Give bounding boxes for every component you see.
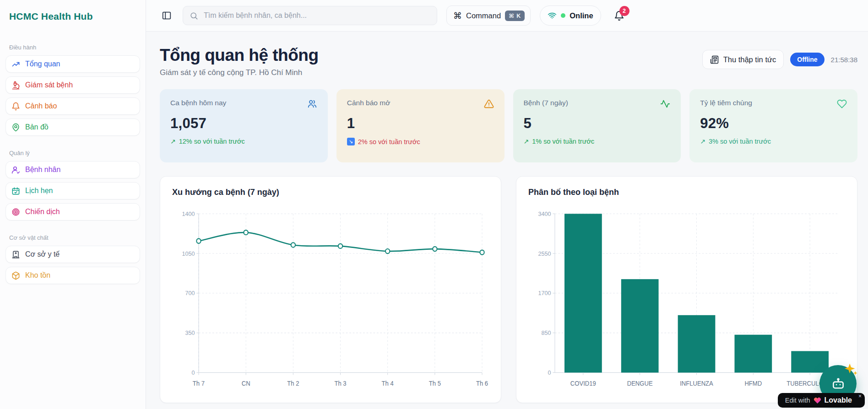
sidebar-item-giam-sat-benh[interactable]: Giám sát bệnh bbox=[5, 76, 140, 94]
microscope-icon bbox=[11, 81, 20, 90]
svg-text:Th 7: Th 7 bbox=[193, 380, 205, 387]
stat-trend-text: 1% so với tuần trước bbox=[532, 138, 594, 145]
sidebar-item-label: Lịch hẹn bbox=[25, 187, 53, 195]
lovable-badge[interactable]: Edit with Lovable × bbox=[778, 393, 865, 408]
search-box[interactable] bbox=[183, 6, 437, 25]
svg-text:Th 6: Th 6 bbox=[476, 380, 488, 387]
sidebar-item-label: Bản đồ bbox=[25, 123, 49, 131]
stat-value: 92% bbox=[700, 115, 847, 132]
online-label: Online bbox=[570, 11, 593, 20]
svg-text:700: 700 bbox=[185, 290, 195, 297]
command-button[interactable]: ⌘ Command ⌘ K bbox=[446, 5, 531, 26]
svg-text:0: 0 bbox=[192, 369, 195, 377]
sidebar-item-benh-nhan[interactable]: Bệnh nhân bbox=[5, 161, 140, 178]
notifications-button[interactable]: 2 bbox=[614, 11, 624, 21]
sidebar-item-label: Tổng quan bbox=[25, 60, 60, 68]
sidebar-item-lich-hen[interactable]: Lịch hẹn bbox=[5, 182, 140, 199]
lovable-brand: Lovable bbox=[825, 396, 852, 404]
charts-row: Xu hướng ca bệnh (7 ngày) 03507001050140… bbox=[160, 176, 857, 403]
close-icon[interactable]: × bbox=[858, 393, 862, 399]
main-area: ⌘ Command ⌘ K Online 2 Tổng quan hệ thốn… bbox=[146, 0, 868, 409]
users-icon bbox=[307, 99, 317, 109]
panel-left-icon bbox=[162, 11, 172, 21]
sidebar-item-label: Bệnh nhân bbox=[25, 166, 60, 174]
status-badge: Offline bbox=[790, 53, 824, 66]
content: Tổng quan hệ thống Giám sát y tế công cộ… bbox=[146, 32, 868, 409]
trend-down-icon: ↘ bbox=[347, 138, 355, 145]
sidebar-item-tong-quan[interactable]: Tổng quan bbox=[5, 55, 140, 73]
svg-text:INFLUENZA: INFLUENZA bbox=[680, 380, 714, 387]
svg-text:1050: 1050 bbox=[182, 250, 195, 258]
disease-bar-chart: 0850170025503400COVID19DENGUEINFLUENZAHF… bbox=[528, 205, 845, 391]
stat-label: Bệnh (7 ngày) bbox=[524, 99, 568, 107]
svg-text:850: 850 bbox=[542, 329, 551, 337]
heart-icon bbox=[837, 99, 847, 109]
notification-count-badge: 2 bbox=[619, 6, 629, 16]
sidebar-item-label: Chiến dịch bbox=[25, 208, 60, 216]
chart-title: Phân bố theo loại bệnh bbox=[528, 188, 845, 197]
cases-trend-chart-card: Xu hướng ca bệnh (7 ngày) 03507001050140… bbox=[160, 176, 501, 403]
sparkle-icon bbox=[843, 362, 859, 378]
sidebar-toggle-button[interactable] bbox=[160, 9, 174, 22]
stat-label: Cảnh báo mở bbox=[347, 99, 391, 107]
stat-label: Ca bệnh hôm nay bbox=[170, 99, 226, 107]
svg-text:Th 4: Th 4 bbox=[382, 380, 394, 387]
svg-text:350: 350 bbox=[185, 329, 195, 337]
stat-card-cases-today: Ca bệnh hôm nay 1,057 ↗ 12% so với tuần … bbox=[160, 89, 328, 162]
user-check-icon bbox=[11, 166, 20, 174]
sidebar-item-kho-ton[interactable]: Kho tồn bbox=[5, 267, 140, 284]
stat-label: Tỷ lệ tiêm chủng bbox=[700, 99, 752, 107]
search-input[interactable] bbox=[203, 11, 430, 20]
stat-card-diseases-7d: Bệnh (7 ngày) 5 ↗ 1% so với tuần trước bbox=[513, 89, 681, 162]
activity-icon bbox=[660, 99, 670, 109]
calendar-check-icon bbox=[11, 187, 20, 195]
command-label: Command bbox=[466, 11, 501, 20]
svg-text:Th 3: Th 3 bbox=[334, 380, 346, 387]
app-brand: HCMC Health Hub bbox=[5, 10, 140, 22]
stat-value: 1 bbox=[347, 115, 494, 132]
chart-title: Xu hướng ca bệnh (7 ngày) bbox=[172, 188, 489, 197]
news-collect-button[interactable]: Thu thập tin tức bbox=[702, 50, 784, 69]
svg-text:3400: 3400 bbox=[538, 210, 551, 218]
sidebar-item-label: Cơ sở y tế bbox=[25, 250, 60, 258]
sidebar-item-co-so-y-te[interactable]: Cơ sở y tế bbox=[5, 246, 140, 263]
target-icon bbox=[11, 208, 20, 216]
alert-triangle-icon bbox=[484, 99, 494, 109]
package-icon bbox=[11, 271, 20, 280]
sidebar: HCMC Health Hub Điều hành Tổng quan Giám… bbox=[0, 0, 146, 409]
page-header: Tổng quan hệ thống Giám sát y tế công cộ… bbox=[160, 45, 857, 77]
sidebar-item-canh-bao[interactable]: Cảnh báo bbox=[5, 97, 140, 115]
sidebar-item-label: Cảnh báo bbox=[25, 102, 57, 110]
svg-text:2550: 2550 bbox=[538, 250, 551, 258]
stat-card-open-alerts: Cảnh báo mở 1 ↘ 2% so với tuần trước bbox=[336, 89, 505, 162]
online-status: Online bbox=[540, 5, 601, 26]
command-shortcut-badge: ⌘ K bbox=[505, 11, 525, 21]
page-subtitle: Giám sát y tế công cộng TP. Hồ Chí Minh bbox=[160, 68, 319, 77]
wifi-icon bbox=[548, 11, 557, 20]
trend-up-icon: ↗ bbox=[700, 138, 705, 145]
svg-text:1400: 1400 bbox=[182, 210, 195, 218]
svg-text:1700: 1700 bbox=[538, 290, 551, 297]
trending-up-icon bbox=[11, 60, 20, 69]
trend-up-icon: ↗ bbox=[170, 138, 176, 145]
page-title: Tổng quan hệ thống bbox=[160, 45, 319, 65]
lovable-prefix: Edit with bbox=[785, 397, 810, 404]
nav-section-label: Cơ sở vật chất bbox=[9, 234, 136, 241]
lovable-heart-icon bbox=[814, 397, 821, 404]
sidebar-item-label: Kho tồn bbox=[25, 271, 50, 280]
svg-text:DENGUE: DENGUE bbox=[627, 380, 653, 387]
map-pin-icon bbox=[11, 123, 20, 132]
stat-card-vaccination-rate: Tỷ lệ tiêm chủng 92% ↗ 3% so với tuần tr… bbox=[689, 89, 857, 162]
trend-up-icon: ↗ bbox=[524, 138, 529, 145]
stat-value: 1,057 bbox=[170, 115, 317, 132]
svg-text:Th 5: Th 5 bbox=[429, 380, 441, 387]
cases-line-chart: 035070010501400Th 7CNTh 2Th 3Th 4Th 5Th … bbox=[172, 205, 489, 391]
svg-text:HFMD: HFMD bbox=[744, 380, 762, 387]
topbar: ⌘ Command ⌘ K Online 2 bbox=[146, 0, 868, 32]
bell-icon bbox=[11, 102, 20, 111]
stat-trend-text: 12% so với tuần trước bbox=[179, 138, 245, 145]
sidebar-item-ban-do[interactable]: Bản đồ bbox=[5, 118, 140, 136]
svg-text:CN: CN bbox=[242, 380, 250, 387]
sidebar-item-chien-dich[interactable]: Chiến dịch bbox=[5, 203, 140, 221]
search-icon bbox=[190, 11, 198, 20]
